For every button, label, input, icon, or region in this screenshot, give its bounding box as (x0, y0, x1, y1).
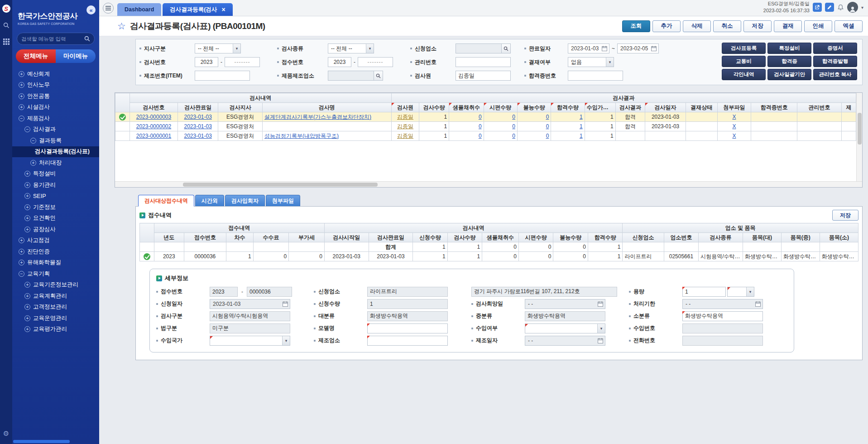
calendar-icon[interactable] (598, 338, 603, 343)
sidebar-item-12[interactable]: +기준정보 (12, 202, 99, 213)
input-detail-category-small[interactable] (682, 311, 763, 321)
inspection-no-year[interactable] (195, 57, 218, 67)
insp-sheet-reg-button[interactable]: 검사표등록 (722, 43, 766, 54)
engraving-button[interactable]: 각인내역 (722, 69, 766, 80)
approve-button[interactable]: 결재 (774, 20, 802, 32)
cell-link[interactable]: 2023-01-03 (184, 123, 211, 130)
cell-link[interactable]: X (732, 133, 736, 139)
bottom-tab-0[interactable]: 검사대상접수내역 (138, 195, 194, 207)
table-row[interactable]: 202300000361002023-01-032023-01-03110001… (140, 252, 858, 261)
sidebar-item-5[interactable]: −검사결과 (12, 124, 99, 135)
cancel-button[interactable]: 취소 (713, 20, 741, 32)
bell-icon[interactable] (837, 4, 844, 11)
excel-button[interactable]: 엑셀 (834, 20, 863, 32)
avatar[interactable] (847, 2, 858, 13)
sidebar-item-4[interactable]: −제품검사 (12, 113, 99, 124)
input-detail-insp-class[interactable] (210, 311, 290, 321)
sidebar-item-10[interactable]: +용기관리 (12, 179, 99, 191)
specific-equip-button[interactable]: 특정설비 (767, 43, 811, 54)
input-detail-receipt-no[interactable] (247, 287, 292, 297)
sidebar-item-19[interactable]: +교육기준정보관리 (12, 280, 99, 291)
input-detail-apply-qty[interactable] (367, 299, 448, 309)
select-detail-capacity[interactable]: ▾ (727, 287, 754, 297)
sidebar-item-17[interactable]: +유해화학물질 (12, 257, 99, 269)
sidebar-item-16[interactable]: +진단인증 (12, 246, 99, 257)
search-icon[interactable] (3, 22, 10, 29)
sidebar-item-0[interactable]: +예산회계 (12, 68, 99, 80)
settings-gear-icon[interactable]: ⚙ (0, 430, 12, 438)
inspection-type-select[interactable]: -- 전체 --▾ (328, 43, 374, 53)
close-icon[interactable]: × (221, 6, 225, 13)
item-no-input[interactable] (195, 71, 250, 81)
calendar-icon[interactable] (283, 301, 288, 307)
cell-link[interactable]: 김종일 (397, 133, 413, 139)
pass-cert-button[interactable]: 합격증 (767, 56, 811, 67)
sidebar-item-13[interactable]: +요건확인 (12, 213, 99, 224)
cell-link[interactable]: 2023-0000002 (136, 123, 171, 130)
cell-link[interactable]: 0 (479, 133, 482, 139)
approval-select[interactable]: 없음▾ (568, 57, 614, 67)
cell-link[interactable]: 0 (512, 133, 515, 139)
cell-link[interactable]: 0 (479, 123, 482, 130)
sidebar-item-11[interactable]: +SEIP (12, 191, 99, 202)
product-maker-input[interactable] (328, 71, 374, 81)
applicant-input[interactable] (456, 43, 502, 53)
calendar-icon[interactable] (651, 46, 657, 51)
input-detail-capacity[interactable] (682, 287, 726, 297)
bottom-tab-2[interactable]: 검사입회자 (225, 195, 265, 206)
input-detail-law-class[interactable] (210, 323, 290, 333)
search-icon[interactable] (84, 36, 90, 42)
scrollbar-thumb[interactable] (183, 183, 378, 187)
cell-link[interactable]: 0 (479, 114, 482, 120)
cell-link[interactable]: 1 (580, 133, 583, 139)
cell-link[interactable]: 1 (580, 114, 583, 120)
my-menu-button[interactable]: 마이메뉴 (56, 49, 96, 63)
tab-0[interactable]: Dashboard (117, 3, 161, 16)
table-row[interactable]: 2023-00000032023-01-03ESG경영처설계단계검사기록부(가스… (115, 112, 856, 122)
input-detail-receipt-no[interactable] (210, 287, 238, 297)
sidebar-item-18[interactable]: −교육기획 (12, 268, 99, 280)
calendar-icon[interactable] (598, 301, 603, 307)
menu-search-input[interactable] (21, 36, 82, 42)
sidebar-scrollbar[interactable] (13, 440, 70, 443)
sidebar-item-9[interactable]: +특정설비 (12, 169, 99, 180)
transport-fee-button[interactable]: 교통비 (722, 56, 766, 67)
grid-horizontal-scrollbar[interactable] (115, 181, 862, 187)
input-detail-category-mid[interactable] (525, 311, 605, 321)
cell-link[interactable]: 0 (546, 123, 549, 130)
sidebar-item-15[interactable]: +사고점검 (12, 235, 99, 246)
cell-link[interactable]: 0 (546, 114, 549, 120)
scrollbar-thumb[interactable] (858, 113, 862, 145)
input-detail-phone-no[interactable] (682, 336, 763, 346)
cell-link[interactable]: 2023-0000003 (136, 114, 171, 120)
receipt-no-seq[interactable] (358, 57, 393, 67)
input-detail-applicant[interactable] (367, 287, 448, 297)
select-detail-import-country[interactable]: ▾ (210, 336, 290, 346)
table-row[interactable]: 2023-00000022023-01-03ESG경영처김종일100011합격2… (115, 122, 856, 131)
input-detail-manufacturer[interactable] (367, 336, 448, 346)
sidebar-item-23[interactable]: +교육평가관리 (12, 324, 99, 335)
grid-vertical-scrollbar[interactable] (856, 93, 862, 181)
table-row[interactable]: 합계110001 (140, 242, 858, 252)
receipt-save-button[interactable]: 저장 (832, 210, 858, 221)
cell-link[interactable]: 김종일 (397, 114, 413, 120)
sidebar-item-1[interactable]: +인사노무 (12, 80, 99, 91)
print-button[interactable]: 인쇄 (804, 20, 832, 32)
sidebar-item-20[interactable]: +교육계획관리 (12, 290, 99, 302)
sidebar-item-22[interactable]: +교육운영관리 (12, 313, 99, 324)
input-detail-category-large[interactable] (367, 311, 448, 321)
batch-draft-button[interactable]: 검사일괄기안 (767, 69, 811, 80)
edit-icon[interactable] (825, 3, 834, 12)
inspection-no-seq[interactable] (225, 57, 260, 67)
cell-link[interactable]: 2023-0000001 (136, 133, 171, 139)
cell-link[interactable]: 0 (512, 123, 515, 130)
sidebar-item-21[interactable]: +고객정보관리 (12, 302, 99, 313)
cell-link[interactable]: 성능검정기록부(내압방폭구조) (264, 133, 339, 139)
delete-button[interactable]: 삭제 (683, 20, 711, 32)
sidebar-item-2[interactable]: +안전공통 (12, 91, 99, 102)
save-button[interactable]: 저장 (743, 20, 772, 32)
cell-link[interactable]: 0 (512, 114, 515, 120)
input-detail-applicant-address[interactable] (471, 287, 617, 297)
select-detail-import-yn[interactable]: ▾ (525, 323, 605, 333)
sidebar-item-3[interactable]: +시설검사 (12, 102, 99, 113)
